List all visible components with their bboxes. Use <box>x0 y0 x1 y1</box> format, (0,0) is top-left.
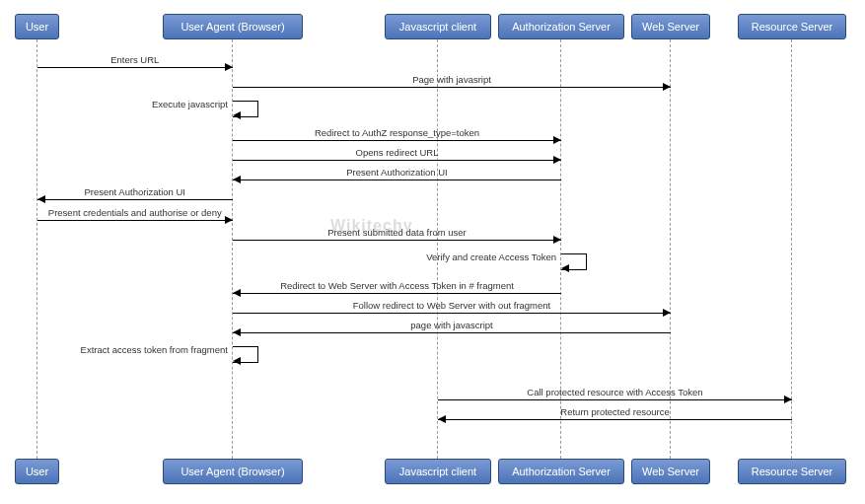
message-line <box>233 180 561 180</box>
message-line <box>233 160 561 161</box>
message-line <box>233 240 561 241</box>
message-line <box>233 332 671 333</box>
arrow-left-icon <box>233 111 241 119</box>
message-label: page with javascript <box>233 320 671 330</box>
participant-web-bottom: Web Server <box>631 459 710 484</box>
message-line <box>37 199 234 200</box>
message-label: Present Authorization UI <box>37 186 234 197</box>
message-label: Verify and create Access Token <box>305 252 556 262</box>
message-line <box>233 293 561 294</box>
participant-user-bottom: User <box>15 459 59 484</box>
message-label: Present Authorization UI <box>233 167 561 178</box>
message-label: Redirect to Web Server with Access Token… <box>233 280 561 291</box>
message-line <box>37 67 234 68</box>
message-label: Follow redirect to Web Server with out f… <box>233 300 671 311</box>
message-label: Present submitted data from user <box>233 227 561 238</box>
message-line <box>233 140 561 141</box>
participant-user-top: User <box>15 14 59 39</box>
message-label: Return protected resource <box>438 406 792 417</box>
participant-authz-top: Authorization Server <box>498 14 624 39</box>
message-label: Call protected resource with Access Toke… <box>438 387 792 397</box>
message-line <box>233 313 671 314</box>
message-label: Present credentials and authorise or den… <box>37 207 234 218</box>
message-label: Redirect to AuthZ response_type=token <box>233 127 561 138</box>
participant-web-top: Web Server <box>631 14 710 39</box>
participant-authz-bottom: Authorization Server <box>498 459 624 484</box>
arrow-left-icon <box>233 357 241 365</box>
message-label: Opens redirect URL <box>233 147 561 158</box>
message-line <box>233 87 671 88</box>
participant-res-top: Resource Server <box>738 14 846 39</box>
message-label: Execute javascript <box>0 99 228 109</box>
message-line <box>438 419 792 420</box>
participant-res-bottom: Resource Server <box>738 459 846 484</box>
message-label: Extract access token from fragment <box>0 344 228 355</box>
participant-jsclient-top: Javascript client <box>385 14 491 39</box>
message-label: Page with javasript <box>233 74 671 85</box>
message-line <box>37 220 234 221</box>
message-line <box>438 399 792 400</box>
participant-agent-bottom: User Agent (Browser) <box>163 459 303 484</box>
sequence-diagram: UserUser Agent (Browser)Javascript clien… <box>10 10 855 494</box>
participant-jsclient-bottom: Javascript client <box>385 459 491 484</box>
message-label: Enters URL <box>37 54 234 65</box>
participant-agent-top: User Agent (Browser) <box>163 14 303 39</box>
arrow-left-icon <box>561 264 569 272</box>
